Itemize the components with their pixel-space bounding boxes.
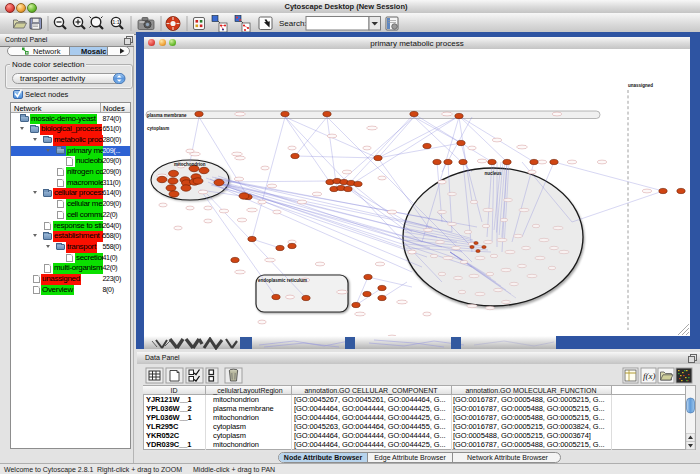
svg-text:Mosaic: Mosaic [81,47,106,56]
svg-text:Search:: Search: [279,19,307,28]
svg-text:endoplasmic reticulum: endoplasmic reticulum [258,278,307,283]
svg-text:cytoplasm: cytoplasm [147,126,169,131]
svg-text:plasma membrane: plasma membrane [147,113,187,118]
svg-text:transporter activity: transporter activity [20,74,85,83]
svg-text:Network: Network [33,47,61,56]
svg-text:mitochondrion: mitochondrion [174,162,206,167]
svg-text:unassigned: unassigned [628,83,653,88]
svg-text:1:1: 1:1 [112,19,120,25]
svg-text:nucleus: nucleus [484,171,502,176]
svg-text:f(x): f(x) [643,371,656,381]
